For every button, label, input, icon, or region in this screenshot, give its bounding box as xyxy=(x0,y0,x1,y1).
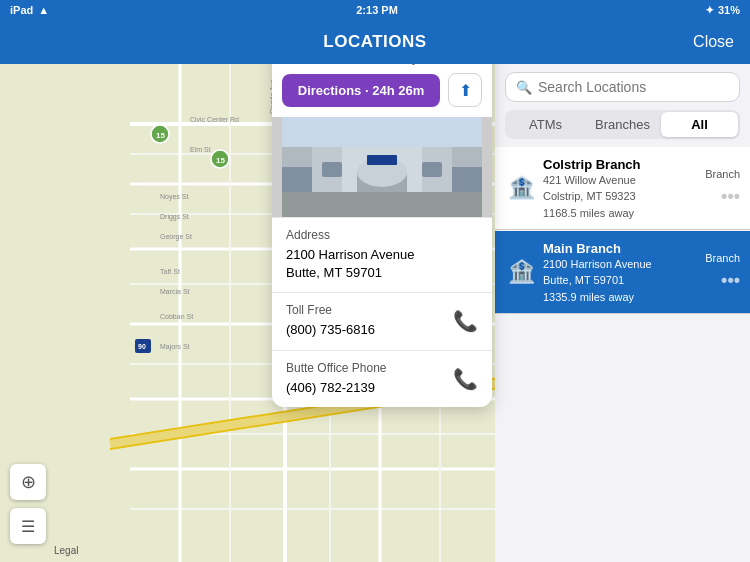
search-bar: 🔍 xyxy=(495,64,750,110)
svg-text:Noyes St: Noyes St xyxy=(160,193,188,201)
list-item[interactable]: 🏦 Main Branch 2100 Harrison Avenue Butte… xyxy=(495,231,750,314)
address-label: Address xyxy=(286,228,478,242)
directions-button[interactable]: Directions · 24h 26m xyxy=(282,74,440,107)
location-address-line1: 2100 Harrison Avenue xyxy=(543,257,699,272)
share-icon: ⬆ xyxy=(459,81,472,100)
toll-free-label: Toll Free xyxy=(286,303,375,317)
office-phone-call-button[interactable]: 📞 xyxy=(453,367,478,391)
location-popup: ✕ Main Branch Branch · 1335.9 mi away Di… xyxy=(272,20,492,407)
page-title: LOCATIONS xyxy=(323,32,426,52)
address-section: Address 2100 Harrison Avenue Butte, MT 5… xyxy=(272,217,492,292)
svg-text:Driggs St: Driggs St xyxy=(160,213,189,221)
compass-icon: ⊕ xyxy=(21,471,36,493)
location-right: Branch ••• xyxy=(705,168,740,207)
svg-rect-56 xyxy=(282,117,482,147)
close-button[interactable]: Close xyxy=(693,33,734,51)
filter-tabs: ATMs Branches All xyxy=(505,110,740,139)
location-list: 🏦 Colstrip Branch 421 Willow Avenue Cols… xyxy=(495,147,750,562)
svg-text:90: 90 xyxy=(138,343,146,350)
svg-text:Elm St: Elm St xyxy=(190,146,211,153)
search-icon: 🔍 xyxy=(516,80,532,95)
tab-atms[interactable]: ATMs xyxy=(507,112,584,137)
location-right: Branch ••• xyxy=(705,252,740,291)
office-phone-number: (406) 782-2139 xyxy=(286,379,387,397)
carrier-label: iPad xyxy=(10,4,33,16)
bank-icon: 🏦 xyxy=(508,259,535,285)
bluetooth-icon: ✦ xyxy=(705,4,714,17)
search-input-wrap: 🔍 xyxy=(505,72,740,102)
svg-text:15: 15 xyxy=(216,156,225,165)
battery-label: 31% xyxy=(718,4,740,16)
compass-button[interactable]: ⊕ xyxy=(10,464,46,500)
svg-rect-57 xyxy=(367,155,397,165)
wifi-icon: ▲ xyxy=(38,4,49,16)
legal-label: Legal xyxy=(54,545,78,556)
svg-rect-55 xyxy=(282,192,482,217)
svg-text:Majors St: Majors St xyxy=(160,343,190,351)
nav-bar: LOCATIONS Close xyxy=(0,20,750,64)
svg-text:George St: George St xyxy=(160,233,192,241)
location-name: Colstrip Branch xyxy=(543,157,699,172)
list-item[interactable]: 🏦 Colstrip Branch 421 Willow Avenue Cols… xyxy=(495,147,750,230)
svg-rect-53 xyxy=(322,162,342,177)
status-bar: iPad ▲ 2:13 PM ✦ 31% xyxy=(0,0,750,20)
svg-rect-54 xyxy=(422,162,442,177)
office-phone-label: Butte Office Phone xyxy=(286,361,387,375)
tab-all[interactable]: All xyxy=(661,112,738,137)
bank-icon: 🏦 xyxy=(508,175,535,201)
location-image xyxy=(272,117,492,217)
location-more-button[interactable]: ••• xyxy=(721,186,740,207)
location-icon-wrap: 🏦 xyxy=(505,172,537,204)
list-view-button[interactable]: ☰ xyxy=(10,508,46,544)
status-right: ✦ 31% xyxy=(705,4,740,17)
location-distance: 1168.5 miles away xyxy=(543,207,699,219)
svg-text:Civic Center Rd: Civic Center Rd xyxy=(190,116,239,123)
location-address-line2: Butte, MT 59701 xyxy=(543,273,699,288)
office-phone-info: Butte Office Phone (406) 782-2139 xyxy=(286,361,387,397)
location-address-line1: 421 Willow Avenue xyxy=(543,173,699,188)
toll-free-info: Toll Free (800) 735-6816 xyxy=(286,303,375,339)
location-more-button[interactable]: ••• xyxy=(721,270,740,291)
office-phone-section: Butte Office Phone (406) 782-2139 📞 xyxy=(272,350,492,407)
building-image-svg xyxy=(282,117,482,217)
address-line2: Butte, MT 59701 xyxy=(286,264,478,282)
svg-text:Marcia St: Marcia St xyxy=(160,288,190,295)
directions-row: Directions · 24h 26m ⬆ xyxy=(272,73,492,117)
svg-text:Cobban St: Cobban St xyxy=(160,313,193,320)
toll-free-call-button[interactable]: 📞 xyxy=(453,309,478,333)
location-info: Colstrip Branch 421 Willow Avenue Colstr… xyxy=(537,157,705,219)
status-time: 2:13 PM xyxy=(356,4,398,16)
toll-free-section: Toll Free (800) 735-6816 📞 xyxy=(272,292,492,349)
location-address-line2: Colstrip, MT 59323 xyxy=(543,189,699,204)
tab-branches[interactable]: Branches xyxy=(584,112,661,137)
svg-text:15: 15 xyxy=(156,131,165,140)
svg-text:Taft St: Taft St xyxy=(160,268,180,275)
location-badge: Branch xyxy=(705,252,740,264)
location-distance: 1335.9 miles away xyxy=(543,291,699,303)
location-name: Main Branch xyxy=(543,241,699,256)
location-info: Main Branch 2100 Harrison Avenue Butte, … xyxy=(537,241,705,303)
toll-free-number: (800) 735-6816 xyxy=(286,321,375,339)
status-left: iPad ▲ xyxy=(10,4,49,16)
share-button[interactable]: ⬆ xyxy=(448,73,482,107)
list-icon: ☰ xyxy=(21,517,35,536)
location-icon-wrap: 🏦 xyxy=(505,256,537,288)
search-input[interactable] xyxy=(538,79,729,95)
right-panel: 🔍 ATMs Branches All 🏦 Colstrip Branch 42… xyxy=(495,64,750,562)
address-line1: 2100 Harrison Avenue xyxy=(286,246,478,264)
location-badge: Branch xyxy=(705,168,740,180)
